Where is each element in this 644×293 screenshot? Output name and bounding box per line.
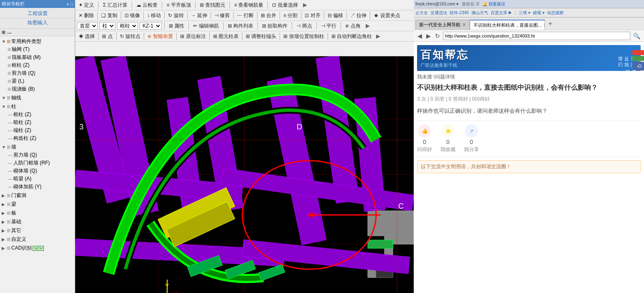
search-icon[interactable]: 🔍 [632, 33, 641, 39]
project-settings-link[interactable]: 工程设置 [1, 9, 74, 18]
merge-btn[interactable]: ⊞ 合并 [259, 12, 278, 20]
adjust-col-end-btn[interactable]: ⊞ 调整柱端头 [244, 33, 278, 40]
point-angle-btn[interactable]: ⊕ 点角 [344, 22, 362, 30]
stretch-btn[interactable]: ↗ 拉伸 [349, 12, 368, 20]
star-action[interactable]: ⭐ 0 我收藏 [440, 124, 456, 153]
set-grip-btn[interactable]: ★ 设置夹点 [372, 12, 402, 20]
fav-all[interactable]: 止大全 [415, 10, 428, 16]
tree-group-slab-label[interactable]: ▶ ⊞ 板 [1, 209, 74, 217]
panel-controls[interactable]: × □ [66, 2, 73, 7]
share-count: 0 [470, 139, 473, 145]
tree-group-foundation-label[interactable]: ▶ ⊞ 基础 [1, 218, 74, 226]
collapse-all-icon[interactable]: — [7, 30, 12, 35]
forward-btn[interactable]: ▶ [425, 33, 432, 39]
fav-dynamic[interactable]: 动态观察 [547, 10, 564, 16]
expand-all-icon[interactable]: ⊞ [2, 30, 5, 35]
back-btn[interactable]: ◀ [416, 33, 423, 39]
feedback-btn[interactable]: 意见反馈 [632, 50, 644, 55]
share-action[interactable]: ↗ 0 我分享 [464, 124, 479, 153]
refresh-btn[interactable]: ↻ [434, 33, 441, 39]
tree-item-beam[interactable]: ⊞ 梁 (L) [7, 77, 74, 85]
tree-group-cad-label[interactable]: ▶ ⊞ CAD识别 NEW [1, 244, 74, 252]
component-type-select[interactable]: 柱 [99, 22, 115, 30]
find-element-btn[interactable]: ⊞ 查找图元 [198, 1, 227, 9]
tree-item-axis-net[interactable]: ⊞ 轴网 (T) [7, 45, 74, 53]
col-table-btn[interactable]: ⊞ 图元柱表 [211, 33, 240, 40]
select-btn[interactable]: ◈ 选择 [77, 33, 97, 40]
follow-btn[interactable]: 关注我们 [632, 56, 644, 61]
fav-weather[interactable]: 佛山天气 [471, 10, 488, 16]
batch-select-btn[interactable]: ⊡ 批量选择 [270, 1, 299, 9]
tree-item-hidden-beam[interactable]: — 暗梁 (A) [7, 175, 74, 183]
pick-component-btn[interactable]: ⊞ 拾取构件 [260, 22, 289, 30]
more-btn3[interactable]: ▶ [374, 33, 382, 39]
inplace-anno-btn[interactable]: ⊞ 原位标注 [178, 33, 207, 40]
qa-btn[interactable]: Q答疑 [632, 62, 644, 71]
browser-tab-nav[interactable]: 新一代安全上网导航 ✕ [415, 20, 470, 30]
break-btn[interactable]: ⋯ 打断 [235, 12, 255, 20]
more-btn[interactable]: ▶ [301, 2, 308, 8]
property-btn[interactable]: ⊞ 属性 [167, 22, 186, 30]
tree-item-ancol-z[interactable]: — 暗柱 (Z) [7, 119, 74, 126]
cloud-check-btn[interactable]: ☁ 云检查 [135, 1, 159, 9]
tab-close-nav[interactable]: ✕ [462, 22, 466, 28]
smart-place-btn[interactable]: ⊕ 智能布置 [146, 33, 175, 40]
parallel-btn[interactable]: ⊣ 平行 [319, 22, 338, 30]
draw-col-wall-btn[interactable]: ⊞ 按墙位置绘制柱 [282, 33, 326, 40]
mirror-btn[interactable]: ⊡ 镜像 [123, 12, 142, 20]
fav-baidu[interactable]: 百度文库 ▶ [491, 10, 513, 16]
drawing-input-link[interactable]: 绘图输入 [1, 18, 74, 27]
floor-select[interactable]: 首层 [77, 22, 98, 30]
tree-item-cast-slab[interactable]: ⊞ 现浇板 (B) [7, 85, 74, 93]
extend-btn[interactable]: → 延伸 [189, 12, 209, 20]
tree-item-framecol-z[interactable]: — 框柱 (Z) [7, 111, 74, 119]
delete-btn[interactable]: ✕ 删除 [77, 12, 96, 20]
tree-item-structcol-z[interactable]: — 构造柱 (Z) [7, 134, 74, 142]
cad-viewport[interactable]: 3 D C Y X [75, 56, 414, 293]
tree-group-custom-label[interactable]: ▶ ⊞ 自定义 [1, 235, 74, 243]
rotate-btn[interactable]: ↻ 旋转 [166, 12, 185, 20]
offset-btn[interactable]: ⊟ 偏移 [326, 12, 345, 20]
browser-tab-question[interactable]: 不识别柱大样和柱表，直接去图... ✕ [470, 20, 545, 30]
tree-group-other-label[interactable]: ▶ ⊞ 其它 [1, 227, 74, 235]
tree-item-airdef-wall[interactable]: — 人防门框墙 (RF) [7, 159, 74, 167]
tree-group-wall-label[interactable]: ▼ ⊞ 墙 [1, 143, 74, 151]
tree-group-beam-label[interactable]: ▶ ⊞ 梁 [1, 200, 74, 208]
fav-three[interactable]: 三维 ▾ [519, 10, 530, 16]
tree-item-raft[interactable]: ⊞ 筏板基础 (M) [7, 53, 74, 61]
like-action[interactable]: 👍 0 问得好 [417, 124, 432, 153]
tree-item-masonry-wall[interactable]: — 砌体墙 (Q) [7, 167, 74, 175]
element-select[interactable]: KZ-1 [140, 22, 162, 30]
view-rebar-btn[interactable]: ≡ 查看钢筋量 [232, 1, 265, 9]
tree-item-endcol-z[interactable]: — 端柱 (Z) [7, 126, 74, 134]
fav-view[interactable]: 俯视 ▾ [533, 10, 545, 16]
component-list-btn[interactable]: ⊞ 构件列表 [226, 22, 255, 30]
auto-corner-btn[interactable]: ⊞ 自动判断边角柱 [330, 33, 374, 40]
split-btn[interactable]: ≡ 分割 [282, 12, 299, 20]
align-top-btn[interactable]: ≡ 平齐板顶 [165, 1, 192, 9]
more-btn2[interactable]: ▶ [364, 23, 371, 29]
component-select[interactable]: 框柱 [117, 22, 138, 30]
new-tab-btn[interactable]: + [545, 20, 555, 28]
trim-btn[interactable]: ⊣ 修剪 [213, 12, 232, 20]
align-btn[interactable]: ⊡ 对齐 [303, 12, 322, 20]
tree-group-col-label[interactable]: ▼ ⊞ 柱 [1, 103, 74, 111]
fav-traffic[interactable]: 交通违法 [430, 10, 447, 16]
copy-btn[interactable]: ❑ 复制 [99, 12, 119, 20]
two-point-btn[interactable]: ⊣ 两点 [295, 22, 313, 30]
sum-btn[interactable]: Σ 汇总计算 [101, 1, 129, 9]
define-btn[interactable]: ✦ 定义 [77, 1, 96, 9]
tree-item-shear-wall-q[interactable]: — 剪力墙 (Q) [7, 151, 74, 159]
move-btn[interactable]: ↕ 移动 [145, 12, 163, 20]
address-input[interactable] [443, 32, 630, 40]
tree-item-frame-col[interactable]: ⊞ 框柱 (Z) [7, 61, 74, 69]
edit-rebar-btn[interactable]: ✏ 编辑钢筋 [191, 22, 220, 30]
point-btn[interactable]: ⊞ 点 [100, 33, 114, 40]
tree-group-axis-label[interactable]: ▼ ⊞ 轴线 [1, 94, 74, 102]
tree-group-common-label[interactable]: ▼ ⊞ 常用构件类型 [1, 38, 74, 45]
tree-item-masonry-rebar[interactable]: — 砌体加筋 (Y) [7, 183, 74, 191]
fav-software[interactable]: 软件-2345 [450, 10, 469, 16]
tree-group-dw-label[interactable]: ▶ ⊞ 门窗洞 [1, 192, 74, 200]
rotate-point-btn[interactable]: ↻ 旋转点 [118, 33, 142, 40]
tree-item-shear-wall[interactable]: ⊞ 剪力墙 (Q) [7, 69, 74, 77]
